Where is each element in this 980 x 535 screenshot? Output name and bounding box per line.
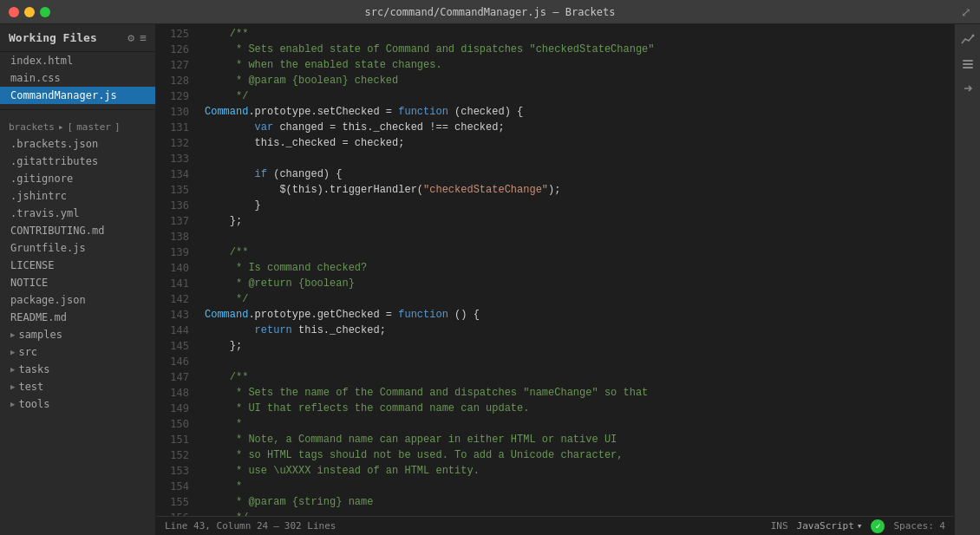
branch-label: [ <box>68 121 74 133</box>
maximize-button[interactable] <box>40 7 50 17</box>
sidebar-file-item[interactable]: .jshintrc <box>0 187 155 205</box>
svg-rect-2 <box>963 63 973 65</box>
token: $(this).triggerHandler( <box>205 184 423 196</box>
token: * when the enabled state changes. <box>205 59 442 71</box>
token: * Sets enabled state of Command and disp… <box>205 43 654 55</box>
minimize-button[interactable] <box>24 7 35 17</box>
sidebar-folder-item[interactable]: ▶ samples <box>0 326 155 343</box>
code-content[interactable]: /** * Sets enabled state of Command and … <box>196 24 954 516</box>
language-selector[interactable]: JavaScript ▾ <box>797 520 863 532</box>
sidebar-file-item[interactable]: NOTICE <box>0 274 155 291</box>
sidebar-file-item[interactable]: CONTRIBUTING.md <box>0 222 155 239</box>
token: */ <box>205 293 248 305</box>
line-number: 138 <box>163 229 189 245</box>
token: (checked) { <box>448 106 523 118</box>
sidebar-file-item[interactable]: .gitignore <box>0 170 155 187</box>
token: function <box>398 309 448 321</box>
token: return <box>255 324 292 336</box>
file-name: .brackets.json <box>10 138 98 150</box>
code-line: }; <box>205 338 945 354</box>
line-number: 150 <box>163 416 189 432</box>
token: Command <box>205 309 248 321</box>
line-number: 148 <box>163 385 189 401</box>
sidebar-file-item[interactable]: LICENSE <box>0 257 155 274</box>
sidebar-file-item[interactable]: Gruntfile.js <box>0 239 155 257</box>
folder-name: tools <box>18 398 49 410</box>
code-line: * UI that reflects the command name can … <box>205 401 945 416</box>
line-number: 132 <box>163 135 189 151</box>
code-line: * <box>205 416 945 432</box>
sidebar-folder-item[interactable]: ▶ test <box>0 378 155 395</box>
sidebar-file-item[interactable]: .gitattributes <box>0 153 155 170</box>
token: * Note, a Command name can appear in eit… <box>205 434 617 446</box>
arrow-icon: ▸ <box>58 121 64 133</box>
line-number: 153 <box>163 463 189 479</box>
panel-arrow-icon[interactable] <box>957 78 978 99</box>
code-line: * @param {boolean} checked <box>205 73 945 88</box>
code-line: $(this).triggerHandler("checkedStateChan… <box>205 182 945 198</box>
line-numbers: 1251261271281291301311321331341351361371… <box>156 24 196 516</box>
token: Command <box>205 106 248 118</box>
code-line: /** <box>205 369 945 385</box>
line-number: 149 <box>163 401 189 416</box>
window-controls <box>9 7 50 17</box>
line-number: 144 <box>163 323 189 338</box>
sidebar-folder-item[interactable]: ▶ src <box>0 343 155 361</box>
line-number: 145 <box>163 338 189 354</box>
triangle-icon: ▶ <box>10 348 15 356</box>
settings-icon[interactable]: ⚙ <box>127 31 134 44</box>
token: /** <box>205 28 248 40</box>
file-name: package.json <box>10 294 86 306</box>
code-line: if (changed) { <box>205 166 945 182</box>
sidebar-file-item[interactable]: package.json <box>0 291 155 309</box>
sidebar-header: Working Files ⚙ ≡ <box>0 24 155 52</box>
line-number: 143 <box>163 307 189 323</box>
status-bar: Line 43, Column 24 — 302 Lines INS JavaS… <box>156 516 954 535</box>
token: */ <box>205 90 248 102</box>
line-number: 125 <box>163 26 189 42</box>
token <box>205 168 255 180</box>
status-check-icon[interactable]: ✓ <box>871 519 885 533</box>
token: * @return {boolean} <box>205 277 355 290</box>
sidebar-divider <box>0 109 155 110</box>
sidebar-folder-item[interactable]: ▶ tools <box>0 395 155 413</box>
close-button[interactable] <box>9 7 19 17</box>
token: * @param {string} name <box>205 496 373 508</box>
project-label[interactable]: brackets ▸ [ master ] <box>0 119 155 135</box>
expand-icon[interactable]: ⤢ <box>961 5 971 19</box>
sidebar-folder-item[interactable]: ▶ tasks <box>0 361 155 378</box>
token: (changed) { <box>267 168 342 180</box>
file-name: LICENSE <box>10 259 55 271</box>
branch-name: master <box>76 121 111 133</box>
code-line: * Sets enabled state of Command and disp… <box>205 42 945 57</box>
code-line: /** <box>205 26 945 42</box>
file-item-main[interactable]: main.css <box>0 69 155 87</box>
file-name: .jshintrc <box>10 190 67 202</box>
line-number: 141 <box>163 276 189 291</box>
sidebar-file-item[interactable]: .brackets.json <box>0 135 155 153</box>
window-title: src/command/CommandManager.js — Brackets <box>365 6 616 18</box>
svg-rect-1 <box>963 60 973 62</box>
file-name: index.html <box>10 55 73 67</box>
triangle-icon: ▶ <box>10 382 15 391</box>
code-editor[interactable]: 1251261271281291301311321331341351361371… <box>156 24 954 516</box>
sidebar-file-item[interactable]: .travis.yml <box>0 205 155 222</box>
line-number: 134 <box>163 166 189 182</box>
file-name: CONTRIBUTING.md <box>10 225 104 237</box>
token: /** <box>205 246 248 258</box>
file-item-index[interactable]: index.html <box>0 52 155 69</box>
code-line: * Sets the name of the Command and dispa… <box>205 385 945 401</box>
code-line <box>205 151 945 166</box>
panel-layers-icon[interactable] <box>957 54 978 75</box>
file-tree: .brackets.json.gitattributes.gitignore.j… <box>0 135 155 413</box>
code-line: */ <box>205 88 945 104</box>
code-line <box>205 229 945 245</box>
sidebar-file-item[interactable]: README.md <box>0 309 155 326</box>
status-separator: — <box>273 520 279 532</box>
branch-end: ] <box>114 121 121 133</box>
code-line: * when the enabled state changes. <box>205 57 945 73</box>
file-item-commandmanager[interactable]: CommandManager.js <box>0 87 155 104</box>
panel-graph-icon[interactable] <box>957 29 978 50</box>
chevron-down-icon: ▾ <box>857 520 863 532</box>
more-icon[interactable]: ≡ <box>140 31 147 44</box>
